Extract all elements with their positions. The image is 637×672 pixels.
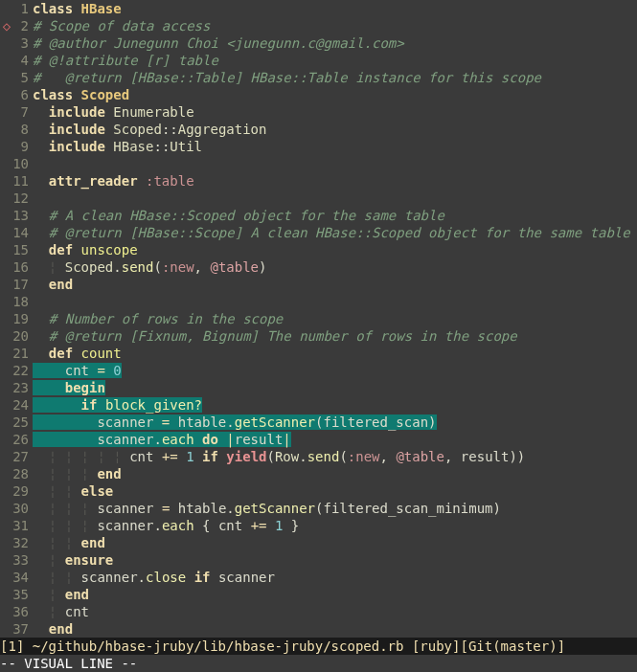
line-number: 1 (0, 0, 33, 17)
line-number: 14 (0, 224, 33, 241)
code-content[interactable]: ¦ cnt (33, 603, 637, 620)
line-number: 11 (0, 172, 33, 190)
code-content[interactable]: # @!attribute [r] table (33, 52, 637, 69)
code-content[interactable] (33, 155, 637, 172)
code-line[interactable]: 31 ¦ ¦ ¦ scanner.each { cnt += 1 } (0, 517, 637, 534)
code-content[interactable]: end (33, 620, 637, 638)
code-content[interactable]: # @return [HBase::Table] HBase::Table in… (33, 69, 637, 86)
code-line[interactable]: 27 ¦ ¦ ¦ ¦ ¦ cnt += 1 if yield(Row.send(… (0, 448, 637, 465)
code-line[interactable]: 35 ¦ end (0, 586, 637, 603)
code-content[interactable]: begin (33, 379, 637, 396)
code-editor[interactable]: 1class HBase◇2# Scope of data access3# @… (0, 0, 637, 638)
code-line[interactable]: 17 end (0, 276, 637, 293)
code-line[interactable]: 26 scanner.each do |result| (0, 431, 637, 448)
code-content[interactable]: ¦ ¦ ¦ ¦ ¦ cnt += 1 if yield(Row.send(:ne… (33, 448, 637, 465)
code-content[interactable]: attr_reader :table (33, 172, 637, 190)
visual-selection: scanner.each do |result| (33, 432, 291, 447)
code-content[interactable]: include Enumerable (33, 103, 637, 121)
code-content[interactable] (33, 293, 637, 310)
line-number: 29 (0, 482, 33, 500)
code-content[interactable]: class Scoped (33, 86, 637, 103)
code-line[interactable]: 32 ¦ ¦ end (0, 534, 637, 551)
code-content[interactable]: ¦ ¦ else (33, 482, 637, 500)
code-content[interactable]: def count (33, 345, 637, 362)
line-number: 19 (0, 310, 33, 327)
code-line[interactable]: 20 # @return [Fixnum, Bignum] The number… (0, 327, 637, 345)
code-line[interactable]: 13 # A clean HBase::Scoped object for th… (0, 207, 637, 224)
code-line[interactable]: 19 # Number of rows in the scope (0, 310, 637, 327)
code-line[interactable]: 7 include Enumerable (0, 103, 637, 121)
code-content[interactable]: class HBase (33, 0, 637, 17)
code-line[interactable]: 23 begin (0, 379, 637, 396)
line-number: 17 (0, 276, 33, 293)
code-line[interactable]: 22 cnt = 0 (0, 362, 637, 379)
code-line[interactable]: 11 attr_reader :table (0, 172, 637, 190)
code-content[interactable]: ¦ ¦ ¦ end (33, 465, 637, 482)
code-line[interactable]: 28 ¦ ¦ ¦ end (0, 465, 637, 482)
line-number: 13 (0, 207, 33, 224)
code-line[interactable]: 14 # @return [HBase::Scope] A clean HBas… (0, 224, 637, 241)
code-content[interactable]: scanner = htable.getScanner(filtered_sca… (33, 414, 637, 431)
code-content[interactable]: # @return [Fixnum, Bignum] The number of… (33, 327, 637, 345)
code-line[interactable]: 10 (0, 155, 637, 172)
code-line[interactable]: 12 (0, 190, 637, 207)
code-line[interactable]: 15 def unscope (0, 241, 637, 258)
code-content[interactable]: ¦ ¦ ¦ scanner = htable.getScanner(filter… (33, 500, 637, 517)
code-line[interactable]: 36 ¦ cnt (0, 603, 637, 620)
code-content[interactable]: def unscope (33, 241, 637, 258)
diff-changed-icon: ◇ (0, 17, 13, 34)
code-content[interactable]: ¦ end (33, 586, 637, 603)
line-number: 9 (0, 138, 33, 155)
code-line[interactable]: 6class Scoped (0, 86, 637, 103)
code-line[interactable]: 30 ¦ ¦ ¦ scanner = htable.getScanner(fil… (0, 500, 637, 517)
code-content[interactable]: if block_given? (33, 396, 637, 414)
line-number: 27 (0, 448, 33, 465)
line-number: 4 (0, 52, 33, 69)
code-content[interactable]: # Number of rows in the scope (33, 310, 637, 327)
visual-selection: scanner = htable.getScanner(filtered_sca… (33, 414, 437, 430)
code-content[interactable]: ¦ ¦ ¦ scanner.each { cnt += 1 } (33, 517, 637, 534)
code-line[interactable]: 1class HBase (0, 0, 637, 17)
code-line[interactable]: 4# @!attribute [r] table (0, 52, 637, 69)
line-number: 8 (0, 121, 33, 138)
code-line[interactable]: 24 if block_given? (0, 396, 637, 414)
code-line[interactable]: 34 ¦ ¦ scanner.close if scanner (0, 569, 637, 586)
status-line: [1] ~/github/hbase-jruby/lib/hbase-jruby… (0, 638, 637, 655)
visual-selection: begin (33, 380, 105, 395)
code-content[interactable]: # A clean HBase::Scoped object for the s… (33, 207, 637, 224)
code-line[interactable]: 21 def count (0, 345, 637, 362)
code-content[interactable]: # Scope of data access (33, 17, 637, 34)
code-line[interactable]: 5# @return [HBase::Table] HBase::Table i… (0, 69, 637, 86)
code-content[interactable]: ¦ ¦ end (33, 534, 637, 551)
visual-selection: cnt = 0 (33, 363, 122, 378)
code-content[interactable]: # @return [HBase::Scope] A clean HBase::… (33, 224, 637, 241)
code-line[interactable]: 8 include Scoped::Aggregation (0, 121, 637, 138)
line-number: 16 (0, 258, 33, 276)
code-line[interactable]: ◇2# Scope of data access (0, 17, 637, 34)
file-path: ~/github/hbase-jruby/lib/hbase-jruby/sco… (33, 638, 404, 654)
code-content[interactable]: ¦ Scoped.send(:new, @table) (33, 258, 637, 276)
line-number: 35 (0, 586, 33, 603)
code-line[interactable]: 25 scanner = htable.getScanner(filtered_… (0, 414, 637, 431)
code-line[interactable]: 33 ¦ ensure (0, 551, 637, 569)
line-number: 21 (0, 345, 33, 362)
code-content[interactable]: scanner.each do |result| (33, 431, 637, 448)
code-content[interactable]: include Scoped::Aggregation (33, 121, 637, 138)
code-content[interactable]: # @author Junegunn Choi <junegunn.c@gmai… (33, 34, 637, 52)
code-line[interactable]: 9 include HBase::Util (0, 138, 637, 155)
visual-selection: if block_given? (33, 397, 202, 413)
buffer-number: 1 (8, 638, 15, 654)
line-number: 24 (0, 396, 33, 414)
code-line[interactable]: 37 end (0, 620, 637, 638)
code-line[interactable]: 29 ¦ ¦ else (0, 482, 637, 500)
code-line[interactable]: 16 ¦ Scoped.send(:new, @table) (0, 258, 637, 276)
line-number: 22 (0, 362, 33, 379)
code-content[interactable]: cnt = 0 (33, 362, 637, 379)
code-line[interactable]: 18 (0, 293, 637, 310)
code-line[interactable]: 3# @author Junegunn Choi <junegunn.c@gma… (0, 34, 637, 52)
code-content[interactable]: end (33, 276, 637, 293)
code-content[interactable]: include HBase::Util (33, 138, 637, 155)
code-content[interactable]: ¦ ¦ scanner.close if scanner (33, 569, 637, 586)
code-content[interactable]: ¦ ensure (33, 551, 637, 569)
code-content[interactable] (33, 190, 637, 207)
